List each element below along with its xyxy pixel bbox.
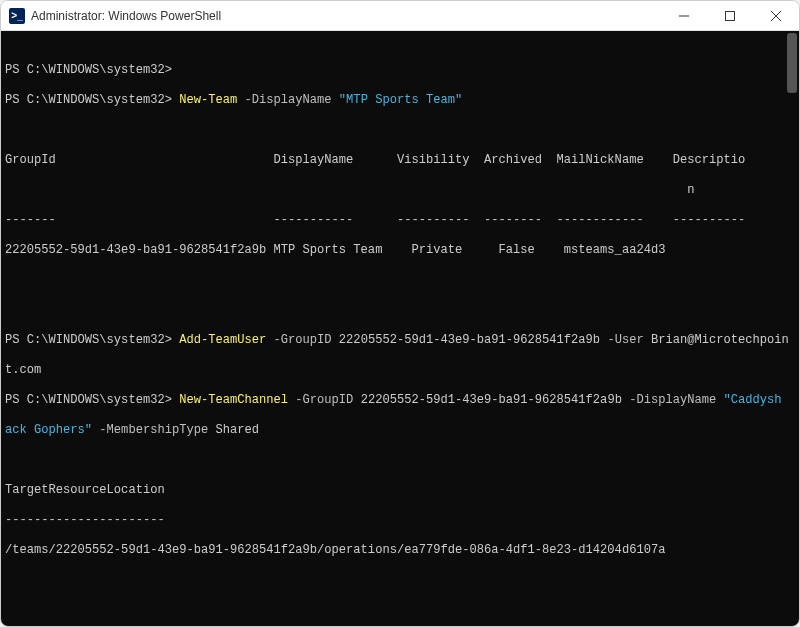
arg: Brian@Microtechpoin [651,333,789,347]
scrollbar-thumb[interactable] [787,33,797,93]
param: -MembershipType [92,423,215,437]
param: -GroupID [266,333,339,347]
string-arg: "MTP Sports Team" [339,93,462,107]
param: -GroupID [288,393,361,407]
arg: 22205552-59d1-43e9-ba91-9628541f2a9b [361,393,622,407]
output-header: TargetResourceLocation [5,483,795,498]
output-header: n [5,183,795,198]
terminal-area[interactable]: PS C:\WINDOWS\system32> PS C:\WINDOWS\sy… [1,31,799,626]
cmdlet: New-TeamChannel [172,393,288,407]
prompt: PS C:\WINDOWS\system32> [5,63,172,77]
window-title: Administrator: Windows PowerShell [31,9,221,23]
prompt: PS C:\WINDOWS\system32> [5,333,172,347]
string-arg: ack Gophers" [5,423,92,437]
prompt: PS C:\WINDOWS\system32> [5,393,172,407]
window-controls [661,1,799,31]
arg: 22205552-59d1-43e9-ba91-9628541f2a9b [339,333,600,347]
cmdlet: Add-TeamUser [179,333,266,347]
param: -DisplayName [622,393,724,407]
output-sep: ---------------------- [5,513,795,528]
powershell-icon: >_ [9,8,25,24]
cmdlet: New-Team [179,93,237,107]
output-header: GroupId DisplayName Visibility Archived … [5,153,795,168]
string-arg: "Caddysh [724,393,782,407]
close-button[interactable] [753,1,799,31]
output-sep: ------- ----------- ---------- -------- … [5,213,795,228]
output-row: 22205552-59d1-43e9-ba91-9628541f2a9b MTP… [5,243,795,258]
param: -DisplayName [237,93,339,107]
svg-rect-1 [726,11,735,20]
prompt: PS C:\WINDOWS\system32> [5,93,172,107]
minimize-button[interactable] [661,1,707,31]
powershell-window: >_ Administrator: Windows PowerShell PS … [0,0,800,627]
output-row: /teams/22205552-59d1-43e9-ba91-9628541f2… [5,543,795,558]
arg: Shared [215,423,259,437]
titlebar-left: >_ Administrator: Windows PowerShell [9,8,221,24]
maximize-button[interactable] [707,1,753,31]
titlebar[interactable]: >_ Administrator: Windows PowerShell [1,1,799,31]
param: -User [600,333,651,347]
arg-cont: t.com [5,363,795,378]
